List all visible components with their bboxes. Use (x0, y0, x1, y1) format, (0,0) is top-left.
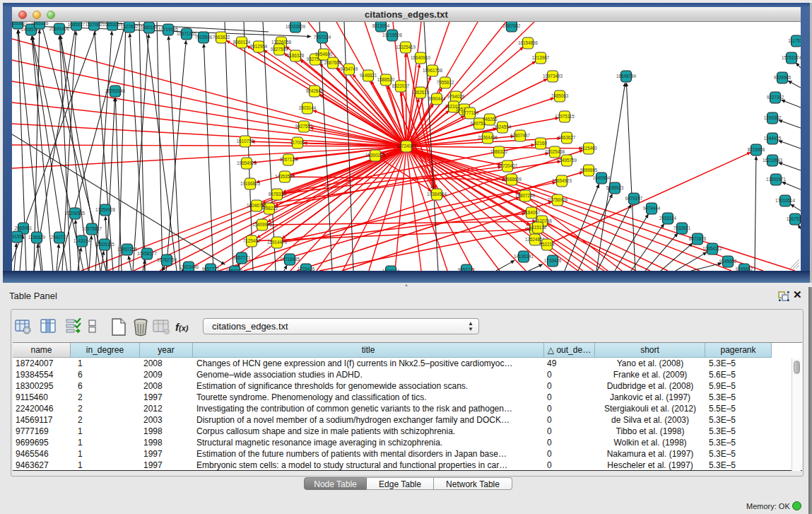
svg-text:2942737: 2942737 (51, 235, 69, 240)
svg-text:10756928: 10756928 (548, 197, 568, 202)
svg-text:9146821: 9146821 (360, 73, 377, 78)
svg-text:9242848: 9242848 (306, 88, 324, 93)
svg-text:9115460: 9115460 (580, 146, 598, 151)
svg-text:9245652: 9245652 (736, 267, 753, 271)
svg-text:8471676: 8471676 (689, 236, 707, 241)
svg-text:7663822: 7663822 (213, 35, 230, 40)
svg-text:8215958: 8215958 (748, 147, 765, 152)
svg-text:1362615: 1362615 (412, 90, 430, 95)
svg-text:9184067: 9184067 (523, 210, 541, 215)
svg-text:9245652: 9245652 (719, 259, 737, 264)
svg-text:16648784: 16648784 (616, 74, 637, 78)
svg-text:17359928: 17359928 (95, 207, 116, 212)
svg-text:17957255: 17957255 (117, 247, 138, 252)
svg-text:16782759: 16782759 (157, 257, 177, 262)
svg-text:13692971: 13692971 (766, 177, 787, 182)
svg-text:20206535: 20206535 (65, 211, 86, 216)
svg-text:10688609: 10688609 (502, 177, 522, 182)
svg-text:19384554: 19384554 (427, 192, 447, 197)
svg-text:15751074: 15751074 (782, 55, 801, 60)
svg-text:6479197: 6479197 (625, 196, 643, 201)
svg-text:10719185: 10719185 (158, 27, 179, 32)
svg-text:12975115: 12975115 (555, 114, 575, 119)
svg-text:13325419: 13325419 (396, 45, 416, 49)
svg-text:9899695: 9899695 (580, 168, 598, 173)
svg-text:252214: 252214 (539, 242, 555, 247)
svg-text:17016514: 17016514 (775, 198, 796, 203)
svg-text:1209382: 1209382 (764, 115, 782, 120)
svg-text:9427552: 9427552 (295, 124, 313, 129)
svg-text:8813054: 8813054 (372, 23, 390, 28)
svg-text:7515546: 7515546 (195, 35, 213, 40)
svg-text:9327509: 9327509 (271, 47, 288, 52)
svg-text:14136141: 14136141 (514, 254, 534, 259)
svg-text:13654923: 13654923 (552, 178, 572, 183)
svg-text:10553807: 10553807 (12, 22, 28, 25)
svg-text:19166825: 19166825 (240, 181, 261, 186)
svg-text:8454749: 8454749 (341, 66, 358, 71)
svg-text:7986322: 7986322 (490, 149, 508, 154)
svg-text:1267533: 1267533 (787, 216, 801, 221)
svg-text:2087682: 2087682 (503, 23, 521, 28)
svg-text:19654925: 19654925 (237, 160, 257, 165)
svg-text:14353594: 14353594 (275, 174, 295, 179)
svg-text:9474444: 9474444 (643, 206, 661, 211)
svg-text:16640910: 16640910 (411, 55, 431, 60)
svg-text:10961758: 10961758 (423, 68, 443, 73)
svg-text:62160: 62160 (534, 141, 547, 146)
svg-text:2667608: 2667608 (324, 60, 342, 65)
svg-text:9329965: 9329965 (774, 75, 792, 80)
svg-text:1156829: 1156829 (28, 235, 46, 240)
svg-text:15300275: 15300275 (365, 153, 386, 158)
svg-text:7632621: 7632621 (673, 226, 691, 230)
svg-text:15720407: 15720407 (498, 163, 518, 168)
svg-text:1640954: 1640954 (593, 175, 611, 180)
svg-text:10025438: 10025438 (545, 149, 565, 154)
svg-text:8912954: 8912954 (250, 44, 268, 49)
svg-text:2933114: 2933114 (659, 216, 677, 221)
svg-text:9794028: 9794028 (447, 94, 465, 99)
svg-text:8678334: 8678334 (269, 192, 286, 197)
svg-text:8186328: 8186328 (287, 53, 305, 58)
svg-text:1065327: 1065327 (68, 22, 86, 27)
svg-text:15409945: 15409945 (252, 222, 273, 227)
svg-text:20053346: 20053346 (105, 88, 126, 93)
svg-text:7485063: 7485063 (551, 93, 569, 98)
svg-text:7955812: 7955812 (437, 80, 454, 85)
svg-text:746266: 746266 (482, 117, 498, 122)
svg-text:9227342: 9227342 (767, 95, 784, 100)
svg-text:9463627: 9463627 (558, 135, 576, 140)
svg-text:16046766: 16046766 (247, 203, 267, 208)
svg-text:1733426: 1733426 (544, 258, 562, 263)
svg-text:2065961: 2065961 (15, 226, 33, 230)
svg-text:9657771: 9657771 (202, 267, 220, 271)
svg-text:20691406: 20691406 (49, 26, 70, 31)
svg-text:10807487: 10807487 (510, 133, 531, 138)
svg-text:19218506: 19218506 (382, 33, 403, 37)
svg-text:1954600: 1954600 (315, 52, 333, 57)
svg-text:10958177: 10958177 (137, 251, 158, 256)
svg-text:10653267: 10653267 (102, 22, 123, 27)
svg-text:8267130: 8267130 (280, 157, 298, 162)
svg-text:1143194: 1143194 (73, 238, 91, 243)
svg-text:1588520: 1588520 (377, 77, 395, 82)
svg-text:10654112: 10654112 (702, 246, 722, 251)
svg-text:18807249: 18807249 (515, 193, 536, 198)
svg-text:20364436: 20364436 (478, 135, 498, 140)
svg-text:7357224: 7357224 (314, 35, 331, 40)
svg-text:1213967: 1213967 (532, 55, 550, 60)
svg-text:16210643: 16210643 (763, 158, 783, 163)
svg-text:8990444: 8990444 (428, 96, 446, 101)
svg-text:9657771: 9657771 (226, 269, 244, 271)
svg-text:1292344: 1292344 (382, 269, 400, 271)
svg-text:16671355: 16671355 (177, 31, 197, 36)
svg-text:1733426: 1733426 (298, 267, 315, 271)
svg-text:12505115: 12505115 (95, 242, 114, 247)
svg-text:1065326: 1065326 (31, 22, 49, 25)
svg-text:5938923: 5938923 (606, 185, 624, 190)
svg-text:16914479: 16914479 (267, 240, 288, 245)
svg-text:16154836: 16154836 (518, 40, 539, 45)
svg-text:9657771: 9657771 (458, 267, 476, 271)
svg-text:12923446: 12923446 (179, 264, 199, 269)
svg-text:7125402: 7125402 (243, 238, 261, 243)
